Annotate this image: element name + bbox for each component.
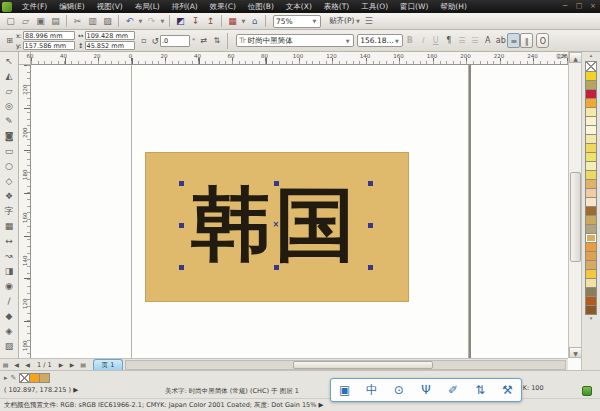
menu-item[interactable]: 文件(F) — [16, 0, 53, 13]
menu-item[interactable]: 帮助(H) — [434, 0, 473, 13]
options-icon[interactable]: ☰ — [361, 14, 376, 28]
open-icon[interactable]: ▱ — [18, 14, 33, 28]
ellipse-tool-icon[interactable]: ○ — [1, 159, 17, 174]
vertical-ruler[interactable]: 220200180160140120100 — [19, 65, 31, 358]
copy-icon[interactable]: ▥ — [85, 14, 100, 28]
page-tab[interactable]: 页 1 — [93, 359, 124, 370]
selection-handle[interactable] — [368, 223, 373, 228]
rectangle-tool-icon[interactable]: ▭ — [1, 144, 17, 159]
x-position-field[interactable]: 88.996 mm — [23, 31, 75, 40]
connect-icon[interactable]: ◩ — [173, 14, 188, 28]
import-icon[interactable]: ↧ — [188, 14, 203, 28]
font-family-combo[interactable]: Tr 时尚中黑简体 ▼ — [236, 34, 354, 47]
app-launcher-icon[interactable]: ▦ — [225, 14, 240, 28]
paste-icon[interactable]: ▨ — [100, 14, 115, 28]
status-tray-icon[interactable] — [582, 386, 592, 396]
add-page-icon[interactable]: ▤ — [0, 361, 11, 368]
palette-flyout-icon[interactable]: ▸ — [4, 374, 8, 382]
polygon-tool-icon[interactable]: ◇ — [1, 174, 17, 189]
selection-handle[interactable] — [179, 265, 184, 270]
palette-color-swatch[interactable] — [585, 305, 597, 315]
selection-handle[interactable] — [274, 265, 279, 270]
outline-dialog-button[interactable]: O — [536, 33, 549, 48]
mirror-vertical-button[interactable]: ⇅ — [210, 33, 223, 48]
connector-tool-icon[interactable]: ↝ — [1, 249, 17, 264]
export-icon[interactable]: ↥ — [203, 14, 218, 28]
menu-item[interactable]: 文本(X) — [280, 0, 318, 13]
font-size-combo[interactable]: 156.18... ▼ — [357, 34, 403, 47]
table-tool-icon[interactable]: ▦ — [1, 219, 17, 234]
selection-handle[interactable] — [179, 181, 184, 186]
shape-annotate-icon[interactable]: ⊙ — [388, 383, 410, 397]
text-alignment-button[interactable]: ¶ — [442, 33, 455, 48]
last-page-icon[interactable]: ▶ — [67, 361, 78, 368]
mirror-horizontal-button[interactable]: ⇄ — [197, 33, 210, 48]
first-page-icon[interactable]: ◀ — [11, 361, 22, 368]
menu-item[interactable]: 布局(L) — [129, 0, 166, 13]
basic-shapes-tool-icon[interactable]: ❖ — [1, 189, 17, 204]
palette-scroll-down-icon[interactable]: ▾ — [590, 315, 593, 322]
next-page-icon[interactable]: ▶ — [56, 361, 67, 368]
selection-handle[interactable] — [368, 181, 373, 186]
horizontal-scroll-thumb[interactable] — [293, 361, 433, 369]
vertical-scrollbar[interactable]: ▲ ▼ — [568, 52, 581, 358]
welcome-screen-icon[interactable]: ⌂ — [247, 14, 262, 28]
italic-button[interactable]: I — [416, 33, 429, 48]
dimension-tool-icon[interactable]: ↔ — [1, 234, 17, 249]
selection-handle[interactable] — [368, 265, 373, 270]
contour-tool-icon[interactable]: ◉ — [1, 279, 17, 294]
zoom-level-combo[interactable]: 75% ▼ — [273, 15, 321, 28]
crop-tool-icon[interactable]: ▱ — [1, 84, 17, 99]
bullet-list-button[interactable]: ☰ — [455, 33, 468, 48]
pick-tool-icon[interactable]: ↖ — [1, 54, 17, 69]
menu-item[interactable]: 排列(A) — [166, 0, 204, 13]
fill-tool-icon[interactable]: ◈ — [1, 324, 17, 339]
document-color-swatch[interactable] — [39, 373, 50, 383]
redo-icon[interactable]: ↷ — [144, 14, 159, 28]
horizontal-ruler[interactable]: 毫米 6040200204060801001201401601802002202… — [31, 52, 568, 65]
shape-tool-icon[interactable]: ◭ — [1, 69, 17, 84]
edit-note-icon[interactable]: ✐ — [442, 383, 464, 397]
horizontal-text-button[interactable]: ≡ — [507, 33, 520, 48]
selection-handle[interactable] — [274, 181, 279, 186]
menu-item[interactable]: 工具(O) — [355, 0, 394, 13]
horizontal-scrollbar[interactable] — [125, 360, 566, 370]
eyedropper-tool-icon[interactable]: ∕ — [1, 294, 17, 309]
character-formatting-button[interactable]: A — [481, 33, 494, 48]
interactive-fill-tool-icon[interactable]: ▨ — [1, 339, 17, 354]
freehand-tool-icon[interactable]: ✎ — [1, 114, 17, 129]
undo-icon[interactable]: ↶ — [122, 14, 137, 28]
snap-to-button[interactable]: 贴齐(P) ▼ — [329, 16, 361, 26]
object-width-field[interactable]: 109.428 mm — [85, 31, 135, 40]
scale-lock-icon[interactable]: ▫ — [138, 33, 151, 48]
move-arrows-icon[interactable]: ⇅ — [469, 383, 491, 397]
drawing-canvas[interactable]: 韩国 × — [31, 65, 568, 358]
edit-text-button[interactable]: ab — [494, 33, 507, 48]
palette-scroll-up-icon[interactable]: ▴ — [590, 52, 593, 59]
zoom-tool-icon[interactable]: ◎ — [1, 99, 17, 114]
save-icon[interactable]: ▣ — [33, 14, 48, 28]
microphone-icon[interactable]: Ψ — [415, 383, 437, 397]
add-page-icon[interactable]: ▤ — [78, 361, 89, 368]
bold-button[interactable]: B — [403, 33, 416, 48]
menu-item[interactable]: 位图(B) — [242, 0, 280, 13]
menu-item[interactable]: 效果(C) — [204, 0, 242, 13]
settings-wrench-icon[interactable]: ⚒ — [496, 383, 518, 397]
drop-cap-button[interactable]: ☱ — [468, 33, 481, 48]
text-annotate-icon[interactable]: 中 — [361, 382, 383, 399]
menu-item[interactable]: 视图(V) — [91, 0, 129, 13]
close-button[interactable]: × — [586, 1, 600, 12]
menu-item[interactable]: 编辑(E) — [53, 0, 91, 13]
chevron-down-icon[interactable]: ▼ — [137, 18, 144, 24]
outline-pen-tool-icon[interactable]: ◆ — [1, 309, 17, 324]
capture-frame-icon[interactable]: ▣ — [334, 383, 356, 397]
object-height-field[interactable]: 45.852 mm — [85, 41, 135, 50]
selection-handle[interactable] — [179, 223, 184, 228]
text-tool-icon[interactable]: 字 — [1, 204, 17, 219]
y-position-field[interactable]: 157.586 mm — [23, 41, 75, 50]
cut-icon[interactable]: ✂ — [70, 14, 85, 28]
menu-item[interactable]: 表格(T) — [318, 0, 355, 13]
eyedropper-icon[interactable]: ✎ — [11, 374, 17, 382]
blend-tool-icon[interactable]: ◨ — [1, 264, 17, 279]
menu-item[interactable]: 窗口(W) — [394, 0, 434, 13]
